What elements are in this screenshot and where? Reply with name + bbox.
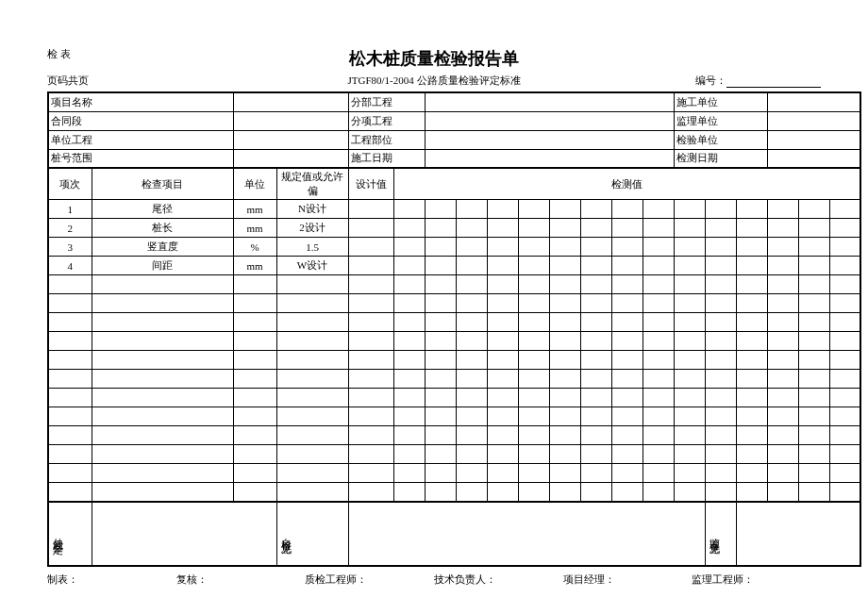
table-row (48, 445, 860, 464)
report-table: 项目名称 分部工程 施工单位 合同段 分项工程 监理单位 单位工程 工程部位 检… (47, 91, 861, 567)
table-row (48, 389, 860, 407)
val-construction-date (425, 149, 674, 168)
col-unit: 单位 (233, 168, 276, 200)
table-row: 1 尾径 mm N设计 (48, 200, 860, 219)
lbl-supervision-opinion: 监理意见 (705, 502, 736, 566)
val-contract-section (233, 111, 348, 130)
lbl-project-name: 项目名称 (48, 92, 233, 111)
val-sub-project (425, 111, 674, 130)
lbl-supervision-unit: 监理单位 (674, 111, 767, 130)
footer-row: 制表： 复核： 质检工程师： 技术负责人： 项目经理： 监理工程师： (47, 573, 821, 587)
table-row (48, 426, 860, 445)
lbl-project-part: 工程部位 (348, 130, 425, 149)
val-project-name (233, 92, 348, 111)
lbl-unit-project: 单位工程 (48, 130, 233, 149)
table-row (48, 370, 860, 389)
lbl-contract-section: 合同段 (48, 111, 233, 130)
table-row (48, 275, 860, 294)
val-unit-project (233, 130, 348, 149)
footer-supervision: 监理工程师： (692, 573, 821, 587)
lbl-inspection-date: 检测日期 (674, 149, 767, 168)
page-label: 页码共页 (47, 74, 89, 88)
val-supervision-unit (767, 111, 860, 130)
lbl-construction-date: 施工日期 (348, 149, 425, 168)
number-label: 编号： (695, 74, 821, 88)
footer-qc: 质检工程师： (305, 573, 434, 587)
val-pile-range (233, 149, 348, 168)
footer-reviewer: 复核： (176, 573, 306, 587)
val-supervision-opinion (736, 502, 860, 566)
lbl-inspection-unit: 检验单位 (674, 130, 767, 149)
val-construction-unit (767, 92, 860, 111)
val-self-check (348, 502, 705, 566)
footer-tech: 技术负责人： (434, 573, 563, 587)
table-row (48, 332, 860, 351)
lbl-sub-project: 分项工程 (348, 111, 425, 130)
val-inspection-unit (767, 130, 860, 149)
col-design-val: 设计值 (348, 168, 393, 200)
val-appearance (92, 502, 276, 566)
lbl-construction-unit: 施工单位 (674, 92, 767, 111)
val-project-part (425, 130, 674, 149)
col-check-item: 检查项目 (92, 168, 233, 200)
footer-maker: 制表： (47, 573, 176, 587)
table-row: 2 桩长 mm 2设计 (48, 219, 860, 238)
table-row: 4 间距 mm W设计 (48, 257, 860, 275)
table-row (48, 483, 860, 502)
table-row (48, 407, 860, 426)
lbl-pile-range: 桩号范围 (48, 149, 233, 168)
main-title: 松木桩质量检验报告单 (47, 47, 821, 70)
table-row (48, 294, 860, 313)
table-row (48, 313, 860, 332)
lbl-appearance: 外观鉴定 (48, 502, 92, 566)
col-seq: 项次 (48, 168, 92, 200)
footer-pm: 项目经理： (563, 573, 693, 587)
check-table-label: 检 表 (47, 47, 71, 61)
val-section-project (425, 92, 674, 111)
col-spec-dev: 规定值或允许偏 (276, 168, 348, 200)
lbl-section-project: 分部工程 (348, 92, 425, 111)
val-inspection-date (767, 149, 860, 168)
table-row: 3 竖直度 % 1.5 (48, 238, 860, 257)
col-measured-val: 检测值 (393, 168, 860, 200)
lbl-self-check: 自检意见 (276, 502, 348, 566)
table-row (48, 464, 860, 483)
table-row (48, 351, 860, 370)
